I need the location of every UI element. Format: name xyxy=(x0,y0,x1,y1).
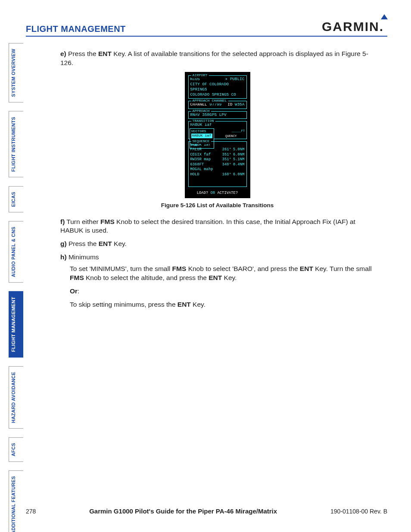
tab-flight-management[interactable]: FLIGHT MANAGEMENT xyxy=(9,291,23,358)
box-label: AIRPORT xyxy=(191,73,209,78)
key-ent: ENT xyxy=(177,301,191,308)
approach-channel-box: APPROACH CHANNEL CHANNEL 97799ID W35A xyxy=(188,101,247,109)
page-number: 278 xyxy=(26,508,36,515)
tab-flight-instruments[interactable]: FLIGHT INSTRUMENTS xyxy=(9,111,23,177)
quency-label: QUENCY xyxy=(225,134,237,138)
step-text: Key. xyxy=(112,240,127,247)
step-marker: f) xyxy=(60,218,65,225)
id-label: ID xyxy=(227,103,232,107)
brand-logo: GARMIN. xyxy=(322,19,387,34)
main-content: e) Press the ENT Key. A list of availabl… xyxy=(60,50,374,309)
step-e: e) Press the ENT Key. A list of availabl… xyxy=(60,50,374,68)
step-text: Press the xyxy=(68,50,98,57)
step-marker: e) xyxy=(60,50,66,57)
tab-eicas[interactable]: EICAS xyxy=(9,186,23,212)
load-activate-prompt: LOAD? OR ACTIVATE? xyxy=(188,189,247,196)
airport-box: AIRPORT KCOS✈ PUBLIC CITY OF COLORADO SP… xyxy=(188,75,247,99)
box-label: APPROACH xyxy=(191,109,211,114)
tab-system-overview[interactable]: SYSTEM OVERVIEW xyxy=(9,43,23,103)
dropdown-option: VECTORS xyxy=(191,129,212,134)
approach-box: APPROACH RNAV 35RGPS LPV xyxy=(188,111,247,119)
airport-type: ✈ PUBLIC xyxy=(225,77,245,82)
step-g: g) Press the ENT Key. xyxy=(60,240,374,249)
key-ent: ENT xyxy=(98,50,112,57)
tab-additional-features[interactable]: ADDITIONAL FEATURES xyxy=(9,470,23,532)
transition-box: TRANSITION HABUK iaf VECTORS HABUK iaf D… xyxy=(188,121,247,139)
step-h-skip: To skip setting minimums, press the ENT … xyxy=(70,300,374,309)
seq-row: RW35R map351°5.1NM xyxy=(190,157,245,162)
sequence-box: SEQUENCE HABUK iaf FALUR261°5.0NM CEGIX … xyxy=(188,141,247,187)
step-marker: g) xyxy=(60,240,67,247)
seq-row: HOLD168°6.0NM xyxy=(190,172,245,177)
brand-text: GARMIN xyxy=(322,19,380,34)
page-footer: 278 Garmin G1000 Pilot's Guide for the P… xyxy=(26,507,387,515)
page-header: FLIGHT MANAGEMENT GARMIN. xyxy=(26,19,387,37)
step-marker: h) xyxy=(60,253,67,261)
activate-prompt: ACTIVATE? xyxy=(218,191,238,195)
box-label: SEQUENCE xyxy=(191,139,211,144)
step-h: h) Minimums To set 'MINIMUMS', turn the … xyxy=(60,253,374,309)
seq-row: FALUR261°5.0NM xyxy=(190,147,245,152)
doc-rev: 190-01108-00 Rev. B xyxy=(330,508,387,515)
tab-audio-panel-cns[interactable]: AUDIO PANEL & CNS xyxy=(9,221,23,283)
key-fms: FMS xyxy=(70,274,84,281)
section-title: FLIGHT MANAGEMENT xyxy=(26,24,126,34)
step-h-body: To set 'MINIMUMS', turn the small FMS Kn… xyxy=(70,264,374,283)
step-label: Minimums xyxy=(68,253,99,261)
dropdown-option-selected: HABUK iaf xyxy=(191,134,212,138)
load-prompt: LOAD? xyxy=(197,191,209,195)
or-text: OR xyxy=(211,191,215,195)
avionics-screenshot: AIRPORT KCOS✈ PUBLIC CITY OF COLORADO SP… xyxy=(185,72,250,198)
tab-hazard-avoidance[interactable]: HAZARD AVOIDANCE xyxy=(9,366,23,429)
seq-row: 6368FT348°0.4NM xyxy=(190,162,245,167)
key-fms: FMS xyxy=(172,265,187,272)
airport-loc: COLORADO SPRINGS CO xyxy=(190,92,245,97)
key-fms: FMS xyxy=(100,218,115,225)
or-label: Or xyxy=(70,287,78,295)
key-ent: ENT xyxy=(209,274,222,281)
figure-caption: Figure 5-126 List of Available Transitio… xyxy=(60,202,374,209)
tab-afcs[interactable]: AFCS xyxy=(9,437,23,462)
key-ent: ENT xyxy=(300,265,313,272)
id-value: W35A xyxy=(235,103,244,107)
logo-triangle-icon xyxy=(381,14,388,19)
step-text: Turn either xyxy=(66,218,100,225)
sidebar-tabs: SYSTEM OVERVIEW FLIGHT INSTRUMENTS EICAS… xyxy=(9,43,23,532)
ft-field: _____FT xyxy=(232,129,245,133)
seq-row: MOGAL mahp xyxy=(190,167,245,172)
seq-row: CEGIX faf351°6.0NM xyxy=(190,152,245,157)
airport-name: CITY OF COLORADO SPRINGS xyxy=(190,82,245,92)
step-f: f) Turn either FMS Knob to select the de… xyxy=(60,218,374,236)
step-h-or: Or: xyxy=(70,287,374,296)
box-label: APPROACH CHANNEL xyxy=(191,99,228,103)
footer-title: Garmin G1000 Pilot's Guide for the Piper… xyxy=(89,507,277,515)
key-ent: ENT xyxy=(99,240,112,247)
step-text: Press the xyxy=(68,240,99,247)
box-label: TRANSITION xyxy=(191,119,215,124)
